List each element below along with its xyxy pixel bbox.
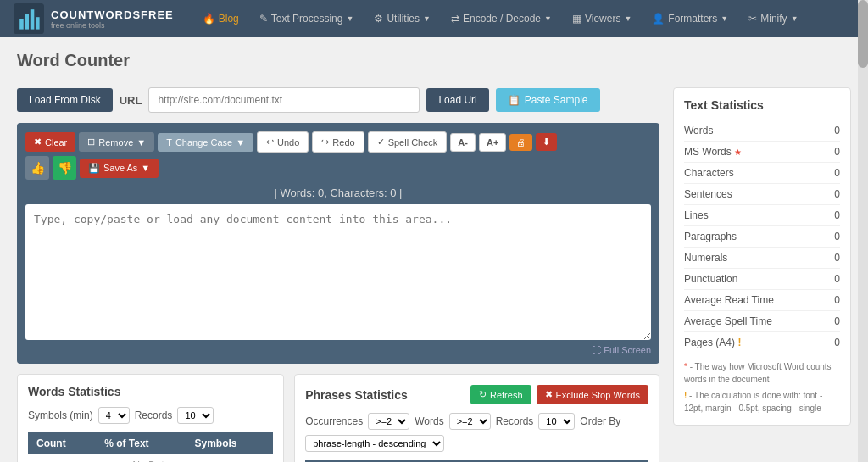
stat-numerals: Numerals 0 (684, 248, 840, 269)
words-stats-table: Count % of Text Symbols No Data (28, 432, 273, 462)
editor-toolbar: ✖ Clear ⊟ Remove ▼ T Change Case ▼ ↩ Und… (25, 131, 651, 180)
nav-text-processing[interactable]: ✎ Text Processing ▼ (251, 8, 363, 30)
stat-paragraphs: Paragraphs 0 (684, 226, 840, 248)
editor-textarea[interactable] (25, 204, 651, 340)
spell-check-button[interactable]: ✓ Spell Check (368, 131, 448, 153)
toolbar-right: 👍 👎 💾 Save As ▼ (25, 156, 159, 180)
word-char-count: | Words: 0, Characters: 0 | (25, 186, 651, 199)
phrases-buttons: ↻ Refresh ✖ Exclude Stop Words (470, 385, 648, 404)
words-statistics-panel: Words Statistics Symbols (min) 4235 Reco… (17, 374, 284, 462)
save-as-button[interactable]: 💾 Save As ▼ (80, 159, 159, 178)
phrases-records-select[interactable]: 1020 (538, 413, 575, 430)
phrases-controls: Occurrences >=2>=3>=5 Words >=2>=3 Recor… (305, 413, 648, 452)
page-content: Word Counter Load From Disk URL Load Url… (0, 37, 868, 462)
change-case-button[interactable]: T Change Case ▼ (158, 133, 253, 152)
load-url-button[interactable]: Load Url (426, 88, 488, 112)
order-by-select[interactable]: phrase-length - descending occurrences -… (305, 435, 444, 452)
stat-punctuation: Punctuation 0 (684, 269, 840, 290)
url-input[interactable] (148, 87, 420, 113)
phrases-statistics-panel: Phrases Statistics ↻ Refresh ✖ Exclude S… (294, 374, 659, 462)
stat-avg-spell-time: Average Spell Time 0 (684, 311, 840, 332)
page-title: Word Counter (17, 51, 851, 70)
navbar: COUNTWORDSFREE free online tools 🔥 Blog … (0, 0, 868, 37)
col-pct: % of Text (96, 432, 186, 454)
scrollbar-thumb[interactable] (858, 0, 868, 68)
font-size-increase-button[interactable]: A+ (479, 133, 506, 152)
url-label: URL (120, 94, 142, 107)
nav-links: 🔥 Blog ✎ Text Processing ▼ ⚙ Utilities ▼… (194, 8, 854, 30)
words-stats-controls: Symbols (min) 4235 Records 102050 (28, 407, 273, 424)
stat-words: Words 0 (684, 120, 840, 142)
clear-button[interactable]: ✖ Clear (25, 132, 75, 152)
brand-name: COUNTWORDSFREE (51, 8, 174, 21)
nav-viewers[interactable]: ▦ Viewers ▼ (564, 8, 640, 30)
records-select[interactable]: 102050 (177, 407, 214, 424)
editor-container: ⛶ Full Screen (25, 204, 651, 355)
words-stats-title: Words Statistics (28, 385, 273, 398)
print-button[interactable]: 🖨 (509, 134, 532, 151)
sidebar-notes: * - The way how Microsoft Word counts wo… (684, 360, 840, 415)
thumbsdown-button[interactable]: 👎 (53, 156, 76, 180)
svg-rect-3 (31, 9, 35, 29)
paste-sample-button[interactable]: 📋 Paste Sample (496, 88, 600, 112)
nav-encode-decode[interactable]: ⇄ Encode / Decode ▼ (442, 8, 560, 30)
editor-panel: ✖ Clear ⊟ Remove ▼ T Change Case ▼ ↩ Und… (17, 123, 659, 364)
exclude-stop-words-button[interactable]: ✖ Exclude Stop Words (537, 385, 648, 404)
main-left: Load From Disk URL Load Url 📋 Paste Samp… (17, 87, 659, 462)
main-layout: Load From Disk URL Load Url 📋 Paste Samp… (17, 87, 851, 462)
stat-sentences: Sentences 0 (684, 184, 840, 205)
svg-rect-1 (19, 19, 24, 30)
nav-blog[interactable]: 🔥 Blog (194, 8, 248, 30)
words-select[interactable]: >=2>=3 (449, 413, 491, 430)
remove-button[interactable]: ⊟ Remove ▼ (79, 132, 154, 152)
stat-avg-read-time: Average Read Time 0 (684, 290, 840, 311)
stat-ms-words: MS Words ★ 0 (684, 142, 840, 163)
nav-minify[interactable]: ✂ Minify ▼ (740, 8, 806, 30)
fullscreen-link: ⛶ Full Screen (25, 345, 651, 355)
symbols-min-select[interactable]: 4235 (98, 407, 130, 424)
redo-button[interactable]: ↪ Redo (312, 131, 364, 153)
sidebar-title: Text Statistics (684, 98, 840, 112)
svg-rect-4 (36, 17, 40, 29)
brand-sub: free online tools (51, 21, 174, 30)
words-no-data-row: No Data (28, 454, 273, 462)
stat-pages-a4: Pages (A4) ! 0 (684, 332, 840, 353)
refresh-button[interactable]: ↻ Refresh (470, 385, 531, 404)
feedback-button[interactable]: 👍 (25, 156, 49, 180)
svg-rect-2 (25, 14, 30, 30)
stat-characters: Characters 0 (684, 163, 840, 184)
col-symbols: Symbols (186, 432, 273, 454)
col-count: Count (28, 432, 96, 454)
nav-utilities[interactable]: ⚙ Utilities ▼ (365, 8, 439, 30)
load-from-disk-button[interactable]: Load From Disk (17, 88, 113, 112)
phrases-header: Phrases Statistics ↻ Refresh ✖ Exclude S… (305, 385, 648, 404)
nav-formatters[interactable]: 👤 Formatters ▼ (643, 8, 737, 30)
stat-lines: Lines 0 (684, 205, 840, 226)
url-row: Load From Disk URL Load Url 📋 Paste Samp… (17, 87, 659, 113)
text-statistics-sidebar: Text Statistics Words 0 MS Words ★ 0 Cha… (673, 87, 851, 426)
scrollbar[interactable] (858, 0, 868, 462)
bottom-panels: Words Statistics Symbols (min) 4235 Reco… (17, 374, 659, 462)
phrases-stats-title: Phrases Statistics (305, 388, 408, 402)
fullscreen-button[interactable]: ⛶ Full Screen (592, 345, 651, 355)
brand: COUNTWORDSFREE free online tools (14, 3, 174, 34)
download-button[interactable]: ⬇ (536, 133, 557, 151)
undo-button[interactable]: ↩ Undo (257, 131, 309, 153)
occurrences-select[interactable]: >=2>=3>=5 (368, 413, 409, 430)
font-size-decrease-button[interactable]: A- (450, 133, 476, 152)
brand-logo (14, 3, 44, 34)
